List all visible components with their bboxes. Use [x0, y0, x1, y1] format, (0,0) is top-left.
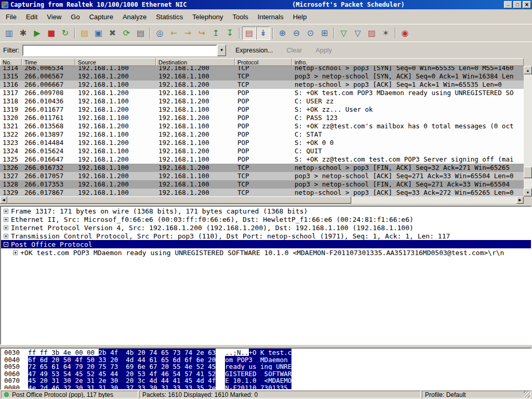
menu-item-internals[interactable]: Internals [253, 11, 288, 23]
expander-icon[interactable]: + [4, 234, 8, 238]
packet-row-1327[interactable]: 1327266.017057192.168.1.200192.168.1.100… [0, 172, 524, 180]
list-interfaces-button[interactable]: ▥ [2, 26, 16, 40]
hex-row-0060[interactable]: 006047 49 53 54 45 52 45 44 20 53 4f 46 … [4, 370, 531, 378]
packet-row-1317[interactable]: 1317266.009708192.168.1.200192.168.1.100… [0, 89, 524, 97]
display-filters-button[interactable]: ▽ [351, 26, 365, 40]
reload-button[interactable]: ⟳ [119, 26, 134, 40]
packet-row-1323[interactable]: 1323266.014484192.168.1.200192.168.1.100… [0, 139, 524, 147]
save-file-button[interactable]: ▣ [91, 26, 105, 40]
filter-input[interactable] [22, 45, 217, 56]
packet-row-1328[interactable]: 1328266.017353192.168.1.200192.168.1.100… [0, 180, 524, 189]
clear-button[interactable]: Clear [283, 45, 307, 56]
menu-item-statistics[interactable]: Statistics [151, 11, 188, 23]
resize-columns-button[interactable]: ⊞ [317, 26, 331, 40]
capture-stop-button[interactable]: ■ [44, 26, 58, 40]
packet-list-hscrollbar[interactable]: ◀ ▶ [0, 196, 524, 204]
expression-button[interactable]: Expression... [231, 45, 277, 56]
hex-row-0030[interactable]: 0030ff ff 3b 4e 00 00 2b 4f 4b 20 74 65 … [4, 349, 531, 356]
scroll-up-button[interactable]: ▲ [524, 66, 532, 74]
packet-row-1324[interactable]: 1324266.015624192.168.1.100192.168.1.200… [0, 147, 524, 155]
hscroll-thumb[interactable] [7, 196, 351, 204]
hex-row-0070[interactable]: 007045 20 31 30 2e 31 2e 30 20 3c 4d 44 … [4, 377, 531, 384]
minimize-button[interactable]: _ [504, 1, 512, 8]
packet-row-1316[interactable]: 1316266.006667192.168.1.100192.168.1.200… [0, 81, 524, 89]
detail-line-5[interactable]: ++OK test.com POP3 MDaemon ready using U… [1, 248, 531, 257]
go-to-packet-button[interactable]: ↪ [195, 26, 209, 40]
packet-row-1322[interactable]: 1322266.013897192.168.1.100192.168.1.200… [0, 130, 524, 139]
scroll-left-button[interactable]: ◀ [0, 196, 7, 204]
zoom-out-button[interactable]: ⊖ [289, 26, 303, 40]
packet-row-1321[interactable]: 1321266.013568192.168.1.200192.168.1.100… [0, 122, 524, 130]
menu-item-file[interactable]: File [1, 11, 21, 23]
filter-dropdown-button[interactable]: ▼ [217, 45, 226, 56]
hex-row-0080[interactable]: 00804e 2d 46 32 30 31 31 30 37 33 30 31 … [4, 384, 531, 391]
expander-icon[interactable]: + [13, 250, 18, 255]
packet-row-1326[interactable]: 1326266.016732192.168.1.100192.168.1.200… [0, 164, 524, 172]
menu-item-telephony[interactable]: Telephony [188, 11, 228, 23]
preferences-button[interactable]: ✶ [379, 26, 393, 40]
column-header-destination[interactable]: Destination [156, 58, 235, 66]
detail-line-2[interactable]: +Internet Protocol Version 4, Src: 192.1… [1, 223, 531, 232]
go-back-button[interactable]: ← [167, 26, 181, 40]
expander-icon[interactable]: - [4, 242, 8, 247]
column-header-no[interactable]: No. [0, 58, 22, 66]
detail-line-3[interactable]: +Transmission Control Protocol, Src Port… [1, 232, 531, 240]
packet-cell-info: netop-school > pop3 [ACK] Seq=1 Ack=1 Wi… [292, 81, 524, 89]
expander-icon[interactable]: + [4, 209, 8, 214]
column-header-protocol[interactable]: Protocol [235, 58, 292, 66]
colorize-list-button[interactable]: ▤ [242, 26, 256, 40]
scroll-down-button[interactable]: ▼ [524, 188, 532, 196]
title-bar[interactable]: Capturing from Realtek 10/100/1000 Ether… [0, 0, 532, 9]
zoom-100-button[interactable]: ⊙ [303, 26, 317, 40]
menu-item-tools[interactable]: Tools [228, 11, 252, 23]
packet-cell-no: 1314 [0, 66, 22, 72]
packet-list-vscrollbar[interactable]: ▲ ▼ [524, 66, 532, 196]
capture-start-button[interactable]: ▶ [30, 26, 44, 40]
detail-line-4[interactable]: -Post Office Protocol [1, 240, 531, 248]
resize-grip[interactable] [524, 391, 530, 397]
packet-row-1329[interactable]: 1329266.017867192.168.1.100192.168.1.200… [0, 189, 524, 196]
menu-item-help[interactable]: Help [288, 11, 312, 23]
go-forward-button[interactable]: → [181, 26, 195, 40]
capture-options-button[interactable]: ✱ [16, 26, 30, 40]
hex-row-0040[interactable]: 00406f 6d 20 50 4f 50 33 20 4d 44 61 65 … [4, 356, 531, 364]
capture-filters-button[interactable]: ▽ [337, 26, 351, 40]
print-button[interactable]: ▤ [134, 26, 148, 40]
coloring-rules-button[interactable]: ▨ [365, 26, 379, 40]
capture-restart-button[interactable]: ↻ [58, 26, 72, 40]
auto-scroll-button[interactable]: ↡ [256, 26, 270, 40]
packet-row-1314[interactable]: 1314266.006534192.168.1.100192.168.1.200… [0, 66, 524, 72]
packet-row-1315[interactable]: 1315266.006567192.168.1.200192.168.1.100… [0, 72, 524, 81]
expert-info-icon[interactable] [4, 392, 9, 397]
open-file-button[interactable]: ▤ [77, 26, 91, 40]
help-button[interactable]: ◉ [398, 26, 412, 40]
menu-item-go[interactable]: Go [66, 11, 84, 23]
hex-row-0050[interactable]: 005072 65 61 64 79 20 75 73 69 6e 67 20 … [4, 363, 531, 370]
close-file-button[interactable]: ✖ [105, 26, 119, 40]
menu-item-capture[interactable]: Capture [85, 11, 118, 23]
packet-row-1320[interactable]: 1320266.011761192.168.1.100192.168.1.200… [0, 114, 524, 122]
packet-row-1319[interactable]: 1319266.011677192.168.1.200192.168.1.100… [0, 105, 524, 114]
column-header-time[interactable]: Time [22, 58, 75, 66]
column-header-infro[interactable]: infro. [292, 58, 524, 66]
go-to-top-button[interactable]: ↥ [209, 26, 223, 40]
detail-line-1[interactable]: +Ethernet II, Src: Microsof_f0:66:e6 (00… [1, 215, 531, 223]
zoom-in-button[interactable]: ⊕ [275, 26, 289, 40]
vscroll-thumb[interactable] [524, 167, 532, 178]
status-bar: Post Office Protocol (pop), 117 bytes Pa… [0, 390, 532, 399]
scroll-right-button[interactable]: ▶ [516, 196, 524, 204]
menu-item-edit[interactable]: Edit [21, 11, 42, 23]
packet-row-1325[interactable]: 1325266.016647192.168.1.200192.168.1.100… [0, 155, 524, 164]
menu-item-analyze[interactable]: Analyze [118, 11, 151, 23]
apply-button[interactable]: Apply [311, 45, 336, 56]
find-packet-button[interactable]: ◎ [153, 26, 167, 40]
expander-icon[interactable]: + [4, 225, 8, 230]
column-header-source[interactable]: Source [75, 58, 156, 66]
detail-line-0[interactable]: +Frame 1317: 171 bytes on wire (1368 bit… [1, 207, 531, 215]
go-to-bottom-button[interactable]: ↧ [223, 26, 237, 40]
packet-row-1318[interactable]: 1318266.010436192.168.1.100192.168.1.200… [0, 97, 524, 105]
maximize-button[interactable]: □ [513, 1, 522, 8]
close-button[interactable]: × [523, 1, 531, 8]
menu-item-view[interactable]: View [42, 11, 66, 23]
expander-icon[interactable]: + [4, 217, 8, 222]
